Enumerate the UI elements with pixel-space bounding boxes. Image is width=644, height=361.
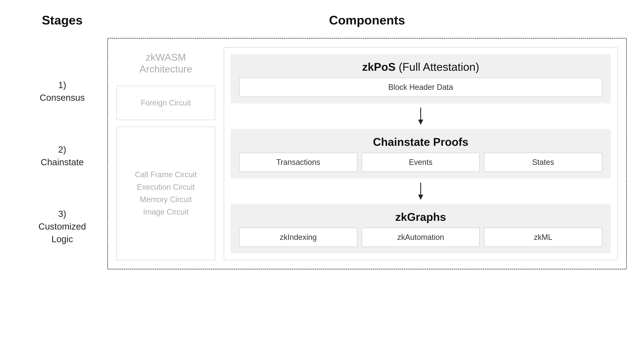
zkindexing-label: zkIndexing [280, 233, 317, 242]
states-box: States [484, 153, 602, 172]
stage-3-number: 3) [17, 208, 107, 220]
proofs-column: zkPoS (Full Attestation) Block Header Da… [224, 47, 618, 260]
stage-3-label: CustomizedLogic [38, 221, 86, 244]
circuits-box: Call Frame Circuit Execution Circuit Mem… [116, 126, 215, 260]
diagram-wrapper: Stages Components 1) Consensus 2) Chains… [17, 13, 627, 270]
svg-marker-3 [418, 195, 423, 200]
zkpos-title: zkPoS (Full Attestation) [239, 60, 602, 73]
zkwasm-title-line2: Architecture [140, 63, 192, 75]
zkautomation-label: zkAutomation [397, 233, 444, 242]
events-label: Events [409, 158, 432, 167]
call-frame-circuit: Call Frame Circuit [135, 170, 197, 179]
stage-2-label: Chainstate [41, 157, 84, 167]
zkpos-bold: zkPoS [362, 61, 399, 73]
transactions-label: Transactions [276, 158, 320, 167]
proof-items-row: Transactions Events States [239, 153, 602, 172]
components-area: zkWASM Architecture Foreign Circuit Call… [107, 38, 627, 270]
events-box: Events [362, 153, 480, 172]
header-row: Stages Components [17, 13, 627, 27]
zkgraphs-section: zkGraphs zkIndexing zkAutomation zkML [230, 204, 611, 253]
zkpos-subtitle: (Full Attestation) [398, 61, 479, 73]
zkautomation-box: zkAutomation [362, 228, 480, 247]
block-header-box: Block Header Data [239, 78, 602, 97]
svg-marker-1 [418, 120, 423, 125]
stage-2-number: 2) [17, 143, 107, 156]
zkindexing-box: zkIndexing [239, 228, 358, 247]
foreign-circuit-label: Foreign Circuit [141, 98, 191, 107]
transactions-box: Transactions [239, 153, 358, 172]
foreign-circuit-box: Foreign Circuit [116, 86, 215, 120]
zkml-label: zkML [534, 233, 552, 242]
stage-2: 2) Chainstate [17, 139, 107, 173]
content-row: 1) Consensus 2) Chainstate 3) Customized… [17, 38, 627, 270]
stages-header: Stages [17, 13, 107, 27]
memory-circuit: Memory Circuit [140, 195, 192, 204]
zkgraphs-title: zkGraphs [239, 211, 602, 223]
stage-3: 3) CustomizedLogic [17, 203, 107, 250]
stage-1-number: 1) [17, 79, 107, 91]
stage-1: 1) Consensus [17, 75, 107, 108]
chainstate-title: Chainstate Proofs [239, 135, 602, 148]
zkpos-section: zkPoS (Full Attestation) Block Header Da… [230, 54, 611, 103]
execution-circuit: Execution Circuit [137, 183, 195, 192]
components-header: Components [107, 13, 627, 27]
zkwasm-column: zkWASM Architecture Foreign Circuit Call… [116, 47, 215, 260]
zkwasm-title-line1: zkWASM [146, 52, 186, 63]
chainstate-section: Chainstate Proofs Transactions Events St… [230, 129, 611, 178]
states-label: States [532, 158, 554, 167]
image-circuit: Image Circuit [143, 208, 188, 217]
arrow-down-1 [230, 103, 611, 129]
graph-items-row: zkIndexing zkAutomation zkML [239, 228, 602, 247]
arrow-down-2 [230, 178, 611, 204]
stages-column: 1) Consensus 2) Chainstate 3) Customized… [17, 38, 107, 270]
zkwasm-title: zkWASM Architecture [140, 47, 192, 79]
stage-1-label: Consensus [40, 93, 85, 103]
zkml-box: zkML [484, 228, 602, 247]
